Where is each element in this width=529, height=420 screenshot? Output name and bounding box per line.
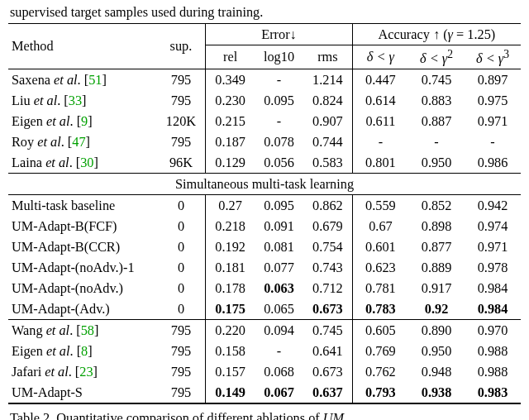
table-cell: 0.067 bbox=[255, 382, 303, 403]
col-log-header: log10 bbox=[255, 45, 303, 69]
table-cell: - bbox=[255, 111, 303, 131]
table-cell: 0.92 bbox=[408, 298, 465, 320]
table-cell: 0.078 bbox=[255, 131, 303, 152]
table-caption: Table 2. Quantitative comparison of diff… bbox=[8, 409, 521, 420]
table-cell: 0.781 bbox=[352, 278, 408, 298]
table-cell: 0 bbox=[157, 236, 206, 257]
table-cell: 1.214 bbox=[303, 69, 352, 90]
table-cell: 0.349 bbox=[206, 69, 255, 90]
col-d1-header: δ < γ bbox=[352, 45, 408, 69]
table-cell: 0.897 bbox=[465, 69, 521, 90]
table-cell: 0.623 bbox=[352, 257, 408, 278]
table-row: Saxena et al. [51]7950.349-1.2140.4470.7… bbox=[8, 69, 521, 90]
table-cell: 0.971 bbox=[465, 236, 521, 257]
section-multi-task-label: Simultaneous multi-task learning bbox=[8, 174, 521, 195]
table-cell: 0.095 bbox=[255, 195, 303, 217]
table-cell-method: Jafari et al. [23] bbox=[8, 361, 157, 382]
table-cell: 0.988 bbox=[465, 341, 521, 361]
table-cell-method: Roy et al. [47] bbox=[8, 131, 157, 152]
table-cell: 0.986 bbox=[465, 152, 521, 174]
table-cell: 0.970 bbox=[465, 320, 521, 341]
col-error-group: Error↓ bbox=[206, 24, 352, 45]
table-cell: 0.095 bbox=[255, 90, 303, 111]
table-cell: 0.637 bbox=[303, 382, 352, 403]
table-cell: 0.862 bbox=[303, 195, 352, 217]
preceding-text: supervised target samples used during tr… bbox=[10, 3, 521, 21]
table-cell: 0.783 bbox=[352, 298, 408, 320]
col-d3-header: δ < γ3 bbox=[465, 45, 521, 69]
table-cell: 0.971 bbox=[465, 111, 521, 131]
table-cell: 0 bbox=[157, 195, 206, 217]
table-cell: 0.745 bbox=[408, 69, 465, 90]
results-table: Method sup. Error↓ Accuracy ↑ (γ = 1.25)… bbox=[8, 23, 521, 404]
table-cell: 0.907 bbox=[303, 111, 352, 131]
table-cell: 0.950 bbox=[408, 341, 465, 361]
table-cell: 0 bbox=[157, 278, 206, 298]
table-cell: 0.187 bbox=[206, 131, 255, 152]
table-cell-method: UM-Adapt-B(FCF) bbox=[8, 216, 157, 236]
table-cell: 0 bbox=[157, 216, 206, 236]
table-row: Eigen et al. [9]120K0.215-0.9070.6110.88… bbox=[8, 111, 521, 131]
col-sup-header: sup. bbox=[157, 24, 206, 69]
table-cell: 120K bbox=[157, 111, 206, 131]
table-row: Multi-task baseline00.270.0950.8620.5590… bbox=[8, 195, 521, 217]
table-cell: 0.988 bbox=[465, 361, 521, 382]
table-row: UM-Adapt-B(CCR)00.1920.0810.7540.6010.87… bbox=[8, 236, 521, 257]
table-cell: 0.975 bbox=[465, 90, 521, 111]
table-cell: 0.974 bbox=[465, 216, 521, 236]
table-cell: 0.611 bbox=[352, 111, 408, 131]
table-cell: 0.984 bbox=[465, 298, 521, 320]
table-cell: 0.149 bbox=[206, 382, 255, 403]
table-cell-method: UM-Adapt-B(CCR) bbox=[8, 236, 157, 257]
table-cell: 795 bbox=[157, 69, 206, 90]
table-cell: 0.27 bbox=[206, 195, 255, 217]
table-cell: 0.762 bbox=[352, 361, 408, 382]
table-cell: - bbox=[255, 69, 303, 90]
table-cell: 0.754 bbox=[303, 236, 352, 257]
table-cell: 0.890 bbox=[408, 320, 465, 341]
table-cell: 0.743 bbox=[303, 257, 352, 278]
table-row: UM-Adapt-(noAdv.)00.1780.0630.7120.7810.… bbox=[8, 278, 521, 298]
table-cell: 0.230 bbox=[206, 90, 255, 111]
table-cell: 0.950 bbox=[408, 152, 465, 174]
table-row: Liu et al. [33]7950.2300.0950.8240.6140.… bbox=[8, 90, 521, 111]
table-cell: 0.898 bbox=[408, 216, 465, 236]
table-cell-method: Eigen et al. [9] bbox=[8, 111, 157, 131]
table-cell: 0.67 bbox=[352, 216, 408, 236]
table-cell: 0.679 bbox=[303, 216, 352, 236]
table-cell: 0.215 bbox=[206, 111, 255, 131]
table-cell-method: Liu et al. [33] bbox=[8, 90, 157, 111]
table-cell: 0 bbox=[157, 257, 206, 278]
table-cell: 0.942 bbox=[465, 195, 521, 217]
table-cell: 0.094 bbox=[255, 320, 303, 341]
table-row: Eigen et al. [8]7950.158-0.6410.7690.950… bbox=[8, 341, 521, 361]
table-cell: 0.978 bbox=[465, 257, 521, 278]
col-method-header: Method bbox=[8, 24, 157, 69]
table-row: Roy et al. [47]7950.1870.0780.744--- bbox=[8, 131, 521, 152]
table-cell: 0.852 bbox=[408, 195, 465, 217]
table-cell: 0.712 bbox=[303, 278, 352, 298]
table-row: UM-Adapt-S7950.1490.0670.6370.7930.9380.… bbox=[8, 382, 521, 403]
table-cell: 0.917 bbox=[408, 278, 465, 298]
table-cell: 0.948 bbox=[408, 361, 465, 382]
table-cell: - bbox=[408, 131, 465, 152]
header-row-1: Method sup. Error↓ Accuracy ↑ (γ = 1.25) bbox=[8, 24, 521, 45]
table-cell: 0.175 bbox=[206, 298, 255, 320]
table-cell: 0.769 bbox=[352, 341, 408, 361]
table-row: Wang et al. [58]7950.2200.0940.7450.6050… bbox=[8, 320, 521, 341]
table-cell: 0.129 bbox=[206, 152, 255, 174]
table-cell: 0.218 bbox=[206, 216, 255, 236]
table-cell: 795 bbox=[157, 341, 206, 361]
col-rms-header: rms bbox=[303, 45, 352, 69]
table-row: Laina et al. [30]96K0.1290.0560.5830.801… bbox=[8, 152, 521, 174]
table-cell: 0.063 bbox=[255, 278, 303, 298]
table-cell: 0.889 bbox=[408, 257, 465, 278]
table-cell: 0.447 bbox=[352, 69, 408, 90]
table-cell: 795 bbox=[157, 320, 206, 341]
table-cell: 0.824 bbox=[303, 90, 352, 111]
table-cell: 0.056 bbox=[255, 152, 303, 174]
table-cell: 0.938 bbox=[408, 382, 465, 403]
table-cell: 0.192 bbox=[206, 236, 255, 257]
table-cell-method: Saxena et al. [51] bbox=[8, 69, 157, 90]
table-cell: 0.091 bbox=[255, 216, 303, 236]
